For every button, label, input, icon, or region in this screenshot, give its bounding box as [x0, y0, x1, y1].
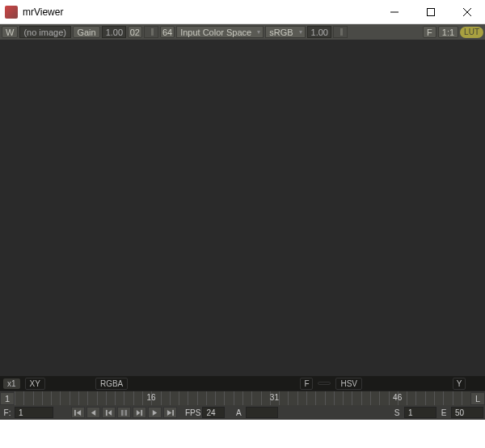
exposure-value[interactable]: 1.00 — [307, 26, 331, 38]
gain-label: Gain — [73, 26, 99, 38]
colorspace-label-dropdown[interactable]: Input Color Space — [176, 26, 264, 38]
wipe-button[interactable]: W — [2, 26, 18, 38]
f-indicator[interactable]: F — [300, 378, 313, 390]
play-reverse-button[interactable] — [86, 407, 100, 418]
timeline-tick-1: 16 — [147, 393, 156, 402]
svg-rect-7 — [106, 409, 108, 415]
svg-marker-14 — [167, 409, 171, 415]
channels-button[interactable]: RGBA — [95, 378, 128, 390]
zoom-indicator[interactable]: x1 — [3, 378, 20, 389]
timeline: 1 16 31 46 L — [0, 391, 485, 405]
fps-label: FPS — [185, 408, 200, 417]
step-forward-button[interactable] — [133, 407, 146, 418]
lut-button[interactable]: LUT — [460, 27, 483, 38]
a-label: A — [233, 408, 244, 417]
gamma-b-button[interactable]: 64 — [160, 26, 175, 38]
minimize-button[interactable] — [376, 0, 412, 23]
filename-field[interactable]: (no image) — [19, 26, 71, 38]
frame-label: F: — [2, 408, 13, 417]
gamma-a-button[interactable]: 02 — [128, 26, 142, 38]
step-back-button[interactable] — [102, 407, 116, 418]
fps-field[interactable]: 24 — [202, 407, 225, 418]
y-indicator[interactable]: Y — [453, 378, 466, 390]
start-label: S — [391, 408, 403, 417]
play-forward-button[interactable] — [148, 407, 162, 418]
end-label: E — [438, 408, 449, 417]
timeline-tick-3: 46 — [393, 393, 402, 402]
start-field[interactable]: 1 — [404, 407, 436, 418]
color-mode-button[interactable]: HSV — [335, 378, 362, 390]
svg-rect-1 — [427, 8, 434, 15]
a-field[interactable] — [246, 407, 278, 418]
exposure-slider[interactable] — [333, 26, 348, 38]
fullscreen-button[interactable]: F — [423, 26, 436, 38]
pause-button[interactable] — [117, 407, 131, 418]
timeline-tick-2: 31 — [270, 393, 279, 402]
svg-marker-5 — [77, 409, 81, 415]
svg-rect-4 — [74, 409, 76, 415]
gain-value[interactable]: 1.00 — [102, 26, 126, 38]
svg-marker-8 — [108, 409, 112, 415]
playback-controls: F: 1 FPS 24 A S 1 E 50 — [0, 405, 485, 420]
goto-end-button[interactable] — [163, 407, 177, 418]
svg-marker-13 — [153, 409, 157, 415]
svg-marker-6 — [91, 409, 95, 415]
top-toolbar: W (no image) Gain 1.00 02 64 Input Color… — [0, 24, 485, 40]
timeline-loop-button[interactable]: L — [470, 392, 485, 405]
window-title: mrViewer — [23, 6, 376, 18]
zoom-ratio-button[interactable]: 1:1 — [438, 26, 458, 38]
swatch-box — [318, 382, 331, 385]
coord-mode-button[interactable]: XY — [25, 378, 45, 390]
frame-field[interactable]: 1 — [15, 407, 53, 418]
timeline-start-button[interactable]: 1 — [0, 392, 15, 405]
end-field[interactable]: 50 — [451, 407, 483, 418]
timeline-track[interactable]: 16 31 46 — [15, 391, 470, 405]
svg-rect-12 — [141, 409, 142, 415]
svg-rect-15 — [172, 409, 174, 415]
maximize-button[interactable] — [412, 0, 449, 23]
image-viewport[interactable] — [0, 40, 485, 376]
svg-marker-11 — [137, 409, 141, 415]
goto-start-button[interactable] — [71, 407, 85, 418]
close-button[interactable] — [449, 0, 485, 23]
colorspace-value-dropdown[interactable]: sRGB — [265, 26, 305, 38]
status-bar: x1 XY RGBA F HSV Y — [0, 376, 485, 391]
app-icon — [5, 6, 18, 19]
titlebar: mrViewer — [0, 0, 485, 24]
svg-rect-9 — [121, 409, 124, 415]
gamma-slider[interactable] — [144, 26, 158, 38]
svg-rect-10 — [124, 409, 127, 415]
